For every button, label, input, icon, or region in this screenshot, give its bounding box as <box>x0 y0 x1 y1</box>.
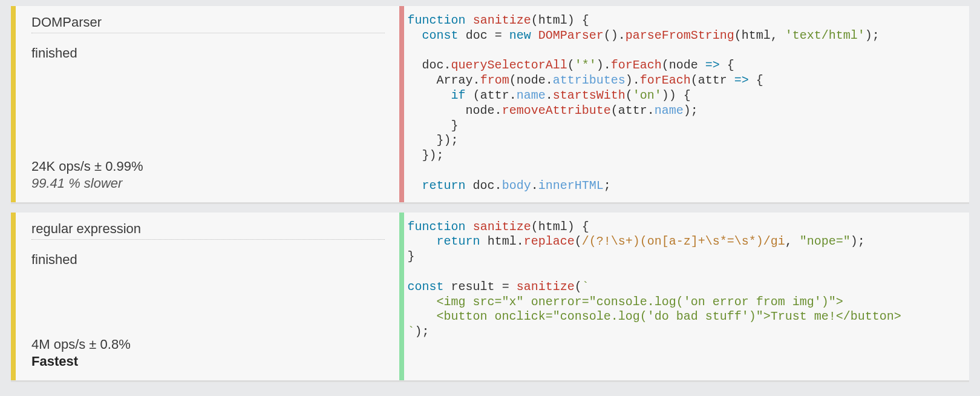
code-token: const <box>408 280 444 294</box>
code-token: attributes <box>553 73 626 87</box>
code-token: . <box>546 88 553 102</box>
code-token: ). <box>596 58 611 72</box>
benchmark-card: DOMParser finished 24K ops/s ± 0.99% 99.… <box>11 6 969 204</box>
code-token: sanitize <box>473 220 531 234</box>
code-token: ` <box>408 325 415 338</box>
code-token: replace <box>524 234 575 248</box>
code-token: name <box>655 104 684 117</box>
code-token: startsWith <box>553 88 626 102</box>
code-token: ); <box>415 325 430 338</box>
code-token: result <box>444 280 502 294</box>
code-token: return <box>408 234 480 248</box>
code-token: <button onclick="console.log('do bad stu… <box>408 309 901 323</box>
code-token: , <box>785 234 800 248</box>
code-token: 'on' <box>633 88 662 102</box>
benchmark-card: regular expression finished 4M ops/s ± 0… <box>11 213 969 382</box>
code-token: ( <box>575 234 582 248</box>
card-title: DOMParser <box>31 15 385 33</box>
code-token: innerHTML <box>538 179 604 193</box>
code-token: (html, <box>734 28 785 42</box>
card-ops: 24K ops/s ± 0.99% <box>31 159 385 174</box>
code-token: 'text/html' <box>785 28 865 42</box>
code-token: node. <box>408 104 502 117</box>
code-token: ). <box>626 73 640 87</box>
code-token: name <box>517 88 546 102</box>
accent-bar <box>11 213 16 380</box>
card-metrics: 24K ops/s ± 0.99% 99.41 % slower <box>31 159 385 191</box>
code-token: (). <box>604 28 626 42</box>
code-token: ( <box>626 88 633 102</box>
code-token: forEach <box>611 58 662 72</box>
code-token: } <box>408 249 415 263</box>
code-token: from <box>480 73 509 87</box>
code-token: ( <box>567 58 575 72</box>
code-token: sanitize <box>473 13 531 27</box>
card-left-panel: regular expression finished 4M ops/s ± 0… <box>16 213 399 380</box>
code-token <box>509 280 517 294</box>
code-token: function <box>408 220 466 234</box>
code-token: sanitize <box>517 280 575 294</box>
accent-bar <box>11 6 16 202</box>
code-token: removeAttribute <box>502 104 611 117</box>
code-token: = <box>502 280 509 294</box>
card-status: finished <box>31 45 385 61</box>
code-token: => <box>705 58 720 72</box>
card-ops: 4M ops/s ± 0.8% <box>31 337 385 352</box>
code-token: body <box>502 179 531 193</box>
code-token: (html) { <box>531 13 589 27</box>
code-token: '*' <box>575 58 596 72</box>
code-token: /(?!\s+)(on[a-z]+\s*=\s*)/gi <box>582 234 785 248</box>
code-token: "nope=" <box>800 234 851 248</box>
code-token: }); <box>408 133 459 147</box>
code-token: (node <box>662 58 705 72</box>
code-token: => <box>734 73 749 87</box>
code-token: forEach <box>640 73 691 87</box>
code-token: doc. <box>466 179 502 193</box>
card-metrics: 4M ops/s ± 0.8% Fastest <box>31 337 385 369</box>
code-token: )) { <box>662 88 691 102</box>
code-token: = <box>495 28 502 42</box>
code-token: DOMParser <box>531 28 604 42</box>
code-token: } <box>408 119 459 133</box>
code-token: . <box>531 179 538 193</box>
code-token: ` <box>582 280 589 294</box>
code-token: <img src="x" onerror="console.log('on er… <box>408 295 843 309</box>
code-token: return <box>408 179 466 193</box>
code-token: new <box>502 28 531 42</box>
code-token: (attr <box>691 73 734 87</box>
code-token: (attr. <box>611 104 655 117</box>
code-token <box>408 88 451 102</box>
code-token: doc. <box>408 58 451 72</box>
code-token: ; <box>604 179 611 193</box>
code-token: doc <box>459 28 495 42</box>
code-token: Array. <box>408 73 480 87</box>
code-token: querySelectorAll <box>451 58 567 72</box>
code-accent-bar <box>399 6 404 202</box>
code-token: { <box>749 73 763 87</box>
code-token: if <box>451 88 466 102</box>
code-block: function sanitize(html) { const doc = ne… <box>404 6 969 202</box>
code-accent-bar <box>399 213 404 380</box>
code-token: ); <box>851 234 865 248</box>
code-token: }); <box>408 148 444 162</box>
code-token: ( <box>575 280 582 294</box>
code-token: function <box>408 13 466 27</box>
card-note: 99.41 % slower <box>31 176 385 191</box>
code-token: (node. <box>509 73 553 87</box>
code-token: ); <box>684 104 698 117</box>
code-token: const <box>422 28 459 42</box>
card-status: finished <box>31 252 385 268</box>
code-block: function sanitize(html) { return html.re… <box>404 213 969 380</box>
code-token: html. <box>480 234 524 248</box>
code-token: (html) { <box>531 220 589 234</box>
card-title: regular expression <box>31 221 385 240</box>
card-left-panel: DOMParser finished 24K ops/s ± 0.99% 99.… <box>16 6 399 202</box>
code-token: parseFromString <box>626 28 734 42</box>
code-token: (attr. <box>466 88 517 102</box>
card-note: Fastest <box>31 354 385 369</box>
code-token: { <box>720 58 734 72</box>
code-token: ); <box>865 28 880 42</box>
